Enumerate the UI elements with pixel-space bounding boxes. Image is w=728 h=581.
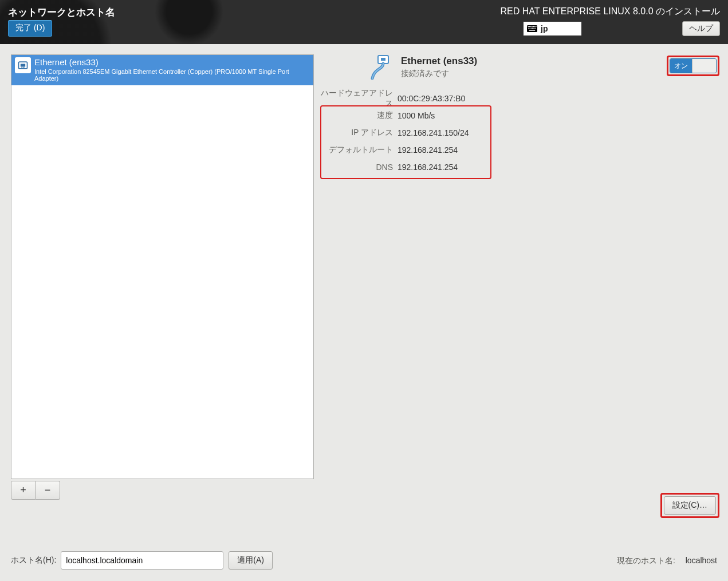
- device-row-ens33[interactable]: Ethernet (ens33) Intel Corporation 82545…: [11, 55, 313, 85]
- detail-header: Ethernet (ens33) 接続済みです: [370, 54, 477, 80]
- connection-toggle[interactable]: オン: [670, 58, 717, 73]
- device-sub: Intel Corporation 82545EM Gigabit Ethern…: [34, 68, 310, 82]
- detail-rows: ハードウェアアドレス 00:0C:29:A3:37:B0 速度 1000 Mb/…: [321, 90, 493, 176]
- hwaddr-value: 00:0C:29:A3:37:B0: [396, 94, 465, 103]
- svg-rect-16: [21, 64, 25, 67]
- current-hostname-label: 現在のホスト名:: [617, 556, 675, 565]
- nic-icon: [15, 57, 31, 73]
- help-button[interactable]: ヘルプ: [682, 21, 720, 36]
- svg-rect-6: [534, 26, 536, 27]
- header-right: RED HAT ENTERPRISE LINUX 8.0.0 のインストール j…: [501, 6, 720, 36]
- hostname-input[interactable]: [61, 551, 223, 570]
- dns-value: 192.168.241.254: [396, 163, 458, 172]
- keyboard-layout-label: jp: [541, 24, 548, 33]
- route-value: 192.168.241.254: [396, 145, 458, 155]
- svg-rect-9: [530, 28, 531, 29]
- header-bar: ネットワークとホスト名 完了 (D) RED HAT ENTERPRISE LI…: [0, 0, 728, 44]
- body: Ethernet (ens33) Intel Corporation 82545…: [0, 44, 728, 581]
- device-list[interactable]: Ethernet (ens33) Intel Corporation 82545…: [11, 54, 314, 479]
- product-name: RED HAT ENTERPRISE LINUX 8.0.0 のインストール: [501, 6, 720, 18]
- svg-rect-2: [529, 26, 530, 27]
- device-list-buttons: + −: [11, 481, 314, 501]
- toggle-highlight: オン: [667, 56, 719, 76]
- svg-rect-5: [533, 26, 534, 27]
- current-hostname: 現在のホスト名: localhost: [617, 556, 717, 566]
- svg-rect-11: [532, 28, 533, 29]
- keyboard-indicator[interactable]: jp: [523, 21, 582, 36]
- svg-rect-4: [532, 26, 533, 27]
- dns-label: DNS: [321, 163, 396, 172]
- detail-name: Ethernet (ens33): [401, 56, 477, 67]
- configure-button[interactable]: 設定(C)…: [664, 496, 716, 515]
- speed-label: 速度: [321, 110, 396, 121]
- current-hostname-value: localhost: [686, 556, 717, 565]
- keyboard-icon: [527, 25, 537, 33]
- svg-rect-20: [381, 58, 385, 61]
- ip-value: 192.168.241.150/24: [396, 128, 469, 137]
- hwaddr-label: ハードウェアアドレス: [321, 88, 396, 109]
- hostname-row: ホスト名(H): 適用(A): [11, 551, 273, 570]
- ethernet-icon: [370, 54, 395, 80]
- svg-rect-17: [22, 67, 23, 69]
- svg-rect-12: [533, 28, 534, 29]
- remove-device-button[interactable]: −: [36, 481, 60, 500]
- detail-status: 接続済みです: [401, 69, 477, 79]
- config-highlight: 設定(C)…: [660, 493, 719, 518]
- svg-rect-3: [530, 26, 532, 27]
- toggle-knob: [692, 59, 716, 73]
- page-title: ネットワークとホスト名: [8, 6, 115, 19]
- add-device-button[interactable]: +: [11, 481, 36, 500]
- svg-rect-7: [536, 26, 537, 27]
- device-name: Ethernet (ens33): [34, 57, 310, 68]
- svg-rect-8: [528, 28, 529, 29]
- svg-rect-1: [528, 26, 529, 27]
- ip-label: IP アドレス: [321, 128, 396, 138]
- svg-rect-18: [23, 67, 25, 69]
- speed-value: 1000 Mb/s: [396, 111, 435, 120]
- svg-rect-14: [529, 30, 536, 31]
- route-label: デフォルトルート: [321, 145, 396, 155]
- svg-rect-13: [535, 28, 536, 29]
- apply-button[interactable]: 適用(A): [229, 551, 273, 570]
- toggle-on-label: オン: [670, 59, 692, 73]
- hostname-label: ホスト名(H):: [11, 555, 56, 566]
- svg-rect-10: [531, 28, 532, 29]
- done-button[interactable]: 完了 (D): [8, 20, 52, 37]
